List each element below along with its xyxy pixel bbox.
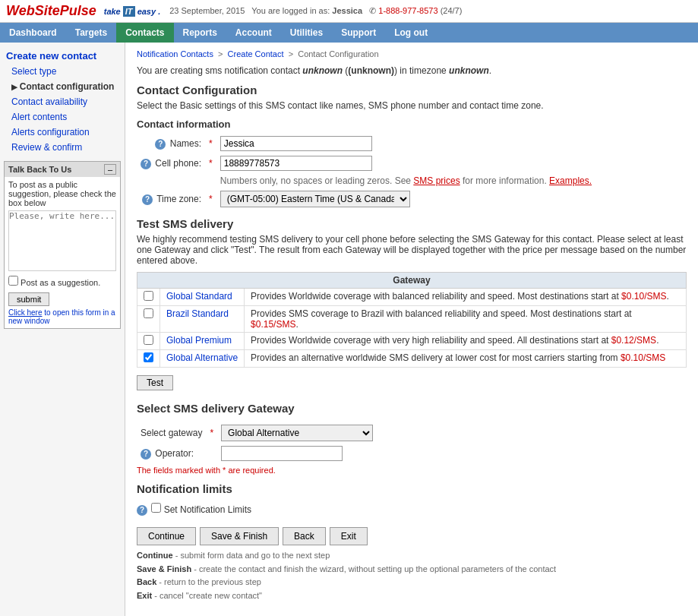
gateway-row-global-alternative: Global Alternative Provides an alternati… [137, 350, 687, 368]
nav-contacts[interactable]: Contacts [116, 23, 173, 43]
timezone-help-icon[interactable]: ? [142, 194, 153, 205]
sidebar-item-review-confirm[interactable]: Review & confirm [0, 140, 125, 155]
continue-desc-text: - submit form data and go to the next st… [173, 551, 330, 560]
contact-info-form: ? Names: * ? Cell phone: * [137, 134, 687, 210]
timezone-label: ? Time zone: [137, 188, 205, 210]
names-input[interactable] [220, 136, 372, 151]
gateway-link-global-alternative[interactable]: Global Alternative [166, 352, 238, 363]
nav-reports[interactable]: Reports [174, 23, 226, 43]
operator-help-icon[interactable]: ? [141, 449, 151, 460]
post-suggestion-label: Post as a suggestion. [21, 278, 100, 287]
sms-prices-link[interactable]: SMS prices [413, 175, 460, 186]
nav-targets[interactable]: Targets [66, 23, 116, 43]
timezone-select[interactable]: (GMT-05:00) Eastern Time (US & Canada) (… [220, 191, 410, 207]
select-gateway-select[interactable]: Global Standard Brazil Standard Global P… [221, 425, 373, 441]
contact-avail-link[interactable]: Contact availability [11, 96, 87, 107]
sidebar-item-contact-avail[interactable]: Contact availability [0, 94, 125, 109]
talk-back-link-row: Click here to open this form in a new wi… [8, 308, 116, 325]
nav-utilities[interactable]: Utilities [281, 23, 332, 43]
gateway-name-global-premium: Global Premium [160, 333, 245, 350]
exit-button[interactable]: Exit [330, 527, 368, 545]
select-gateway-form: Select gateway * Global Standard Brazil … [137, 422, 687, 475]
gateway-checkbox-cell-3 [137, 350, 160, 368]
back-desc-text: - return to the previous step [156, 577, 261, 586]
operator-input[interactable] [221, 446, 343, 461]
post-suggestion-row: Post as a suggestion. [8, 276, 116, 287]
talk-back-submit-button[interactable]: submit [8, 292, 49, 306]
timezone-required: * [205, 188, 216, 210]
names-required: * [205, 134, 216, 153]
review-confirm-link[interactable]: Review & confirm [11, 142, 82, 153]
gateway-link-brazil-standard[interactable]: Brazil Standard [166, 308, 229, 319]
gateway-col-header: Gateway [137, 273, 687, 289]
contact-info-title: Contact information [137, 118, 687, 130]
talk-back-header: Talk Back To Us – [5, 162, 120, 177]
tagline: take IT easy . [104, 7, 161, 16]
back-button[interactable]: Back [283, 527, 326, 545]
cell-phone-row: ? Cell phone: * [137, 153, 595, 173]
exit-desc-text: - cancel "create new contact" [152, 591, 262, 600]
nav-account[interactable]: Account [226, 23, 281, 43]
header-date: 23 September, 2015 You are logged in as:… [169, 6, 462, 16]
continue-button[interactable]: Continue [137, 527, 196, 545]
sms-section-title: Test SMS delivery [137, 217, 687, 230]
create-new-contact-link[interactable]: Create new contact [0, 46, 125, 64]
cell-required: * [205, 153, 216, 173]
section-desc: Select the Basic settings of this SMS co… [137, 100, 687, 111]
button-descriptions: Continue - submit form data and go to th… [137, 549, 687, 602]
gateway-checkbox-cell-0 [137, 289, 160, 306]
alert-contents-link[interactable]: Alert contents [11, 112, 67, 122]
talk-back-minimize[interactable]: – [104, 164, 116, 175]
names-help-icon[interactable]: ? [155, 139, 166, 150]
select-gateway-label: Select gateway [137, 422, 206, 444]
sidebar-item-alert-contents[interactable]: Alert contents [0, 109, 125, 125]
logo: WebSitePulse [6, 3, 96, 19]
gateway-name-global-alternative: Global Alternative [160, 350, 245, 368]
select-type-link[interactable]: Select type [11, 66, 56, 77]
gateway-link-global-standard[interactable]: Global Standard [166, 291, 232, 302]
post-suggestion-checkbox[interactable] [8, 276, 18, 286]
talk-back-input[interactable] [8, 210, 116, 271]
cell-help-icon[interactable]: ? [141, 159, 151, 169]
examples-link[interactable]: Examples. [549, 175, 592, 186]
set-notif-limits-checkbox[interactable] [151, 503, 161, 513]
talk-back-open-link[interactable]: Click here [8, 308, 42, 317]
gateway-checkbox-global-premium[interactable] [144, 335, 153, 345]
notif-limits-section: ? Set Notification Limits [137, 503, 687, 516]
sms-section-desc: We highly recommend testing SMS delivery… [137, 234, 687, 266]
names-input-cell [216, 134, 595, 153]
gateway-desc-global-standard: Provides Worldwide coverage with balance… [245, 289, 687, 306]
nav-support[interactable]: Support [332, 23, 385, 43]
cell-hint-row: Numbers only, no spaces or leading zeros… [137, 173, 595, 188]
talk-back-title: Talk Back To Us [8, 165, 71, 174]
contact-config-label: Contact configuration [20, 81, 115, 92]
notif-limits-help-icon[interactable]: ? [137, 505, 147, 516]
sidebar-item-alerts-config[interactable]: Alerts configuration [0, 125, 125, 140]
gateway-checkbox-global-alternative[interactable] [144, 352, 153, 362]
section-title: Contact Configuration [137, 84, 687, 96]
breadcrumb-create-contact[interactable]: Create Contact [228, 49, 284, 58]
nav-logout[interactable]: Log out [385, 23, 437, 43]
gateway-checkbox-global-standard[interactable] [144, 291, 153, 301]
gateway-row-global-premium: Global Premium Provides Worldwide covera… [137, 333, 687, 350]
nav-dashboard[interactable]: Dashboard [0, 23, 66, 43]
page-layout: Create new contact Select type Contact c… [0, 43, 698, 616]
gateway-name-brazil-standard: Brazil Standard [160, 306, 245, 333]
operator-input-cell [217, 444, 377, 463]
save-finish-button[interactable]: Save & Finish [200, 527, 279, 545]
gateway-row-global-standard: Global Standard Provides Worldwide cover… [137, 289, 687, 306]
cell-phone-input[interactable] [220, 156, 372, 171]
gateway-checkbox-brazil-standard[interactable] [144, 308, 153, 318]
main-nav: Dashboard Targets Contacts Reports Accou… [0, 23, 698, 43]
select-gateway-row: Select gateway * Global Standard Brazil … [137, 422, 377, 444]
cell-hint: Numbers only, no spaces or leading zeros… [216, 173, 595, 188]
breadcrumb-notif-contacts[interactable]: Notification Contacts [137, 49, 213, 58]
gateway-link-global-premium[interactable]: Global Premium [166, 335, 232, 346]
sidebar: Create new contact Select type Contact c… [0, 43, 125, 616]
gateway-checkbox-cell-2 [137, 333, 160, 350]
timezone-select-cell: (GMT-05:00) Eastern Time (US & Canada) (… [216, 188, 595, 210]
alerts-config-link[interactable]: Alerts configuration [11, 127, 90, 137]
sidebar-item-select-type[interactable]: Select type [0, 64, 125, 79]
test-button[interactable]: Test [137, 375, 173, 390]
breadcrumb: Notification Contacts > Create Contact >… [137, 46, 687, 62]
